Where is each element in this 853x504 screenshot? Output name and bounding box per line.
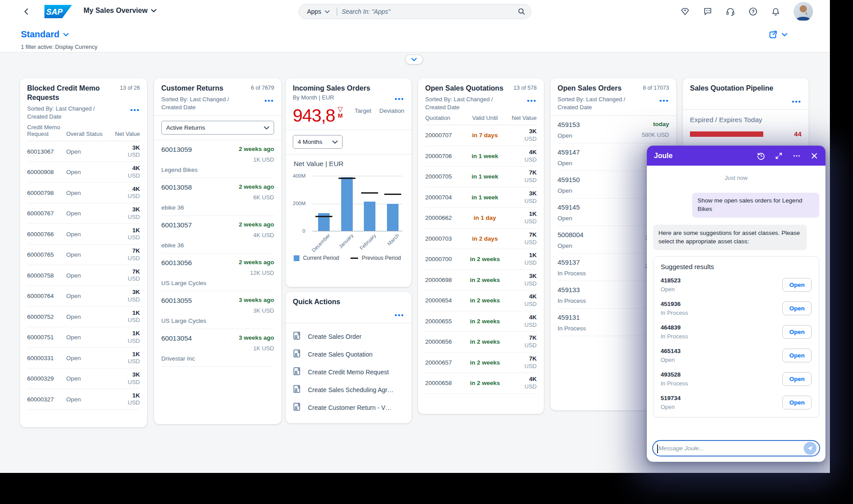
table-row[interactable]: 60000331Open1KUSD	[27, 348, 140, 369]
table-row[interactable]: 20000703in 2 days7KUSD	[425, 229, 537, 250]
collapse-header-button[interactable]	[405, 55, 423, 64]
returns-filter-select[interactable]: Active Returns	[161, 121, 274, 135]
result-status: Open	[661, 404, 681, 410]
joule-history-icon[interactable]	[757, 152, 765, 160]
open-result-button[interactable]: Open	[782, 302, 812, 315]
cell-id: 20000698	[425, 277, 464, 283]
return-item[interactable]: 600130553 weeks ago3K USDUS Large Cycles	[161, 291, 274, 329]
return-id: 60013055	[161, 297, 192, 305]
table-row[interactable]: 60000758Open7KUSD	[27, 265, 140, 286]
cell-id: 20000662	[425, 214, 464, 221]
table-row[interactable]: 60000767Open3KUSD	[27, 203, 140, 224]
quick-action-item[interactable]: $Create Credit Memo Request	[293, 363, 404, 381]
table-row[interactable]: 60000908Open4KUSD	[27, 162, 140, 183]
open-result-button[interactable]: Open	[782, 325, 812, 339]
feedback-icon[interactable]	[703, 7, 713, 16]
search-input[interactable]	[342, 8, 518, 15]
variant-selector[interactable]: Standard	[21, 29, 69, 40]
search-icon[interactable]	[518, 8, 526, 16]
suggested-results-title: Suggested results	[661, 263, 813, 270]
cell-net-value: 7KUSD	[506, 334, 537, 349]
return-value: 12K USD	[161, 270, 274, 276]
cell-id: 20000655	[425, 318, 464, 325]
table-row[interactable]: 20000662in 1 day1KUSD	[425, 208, 537, 229]
table-row[interactable]: 20000658in 2 weeks4KUSD	[425, 373, 537, 394]
joule-expand-icon[interactable]	[775, 152, 783, 160]
card-overflow-button[interactable]: •••	[130, 105, 140, 113]
gem-icon[interactable]	[680, 7, 690, 16]
joule-suggested-results: Suggested results 418523OpenOpen451936In…	[653, 256, 819, 417]
suggested-result-row: 418523OpenOpen	[660, 273, 813, 297]
joule-message-input[interactable]	[658, 445, 804, 452]
table-row[interactable]: 60000327Open1KUSD	[27, 389, 140, 410]
return-item[interactable]: 600130572 weeks ago4K USDebike 36	[161, 216, 274, 254]
card-overflow-button[interactable]: •••	[293, 310, 404, 318]
card-overflow-button[interactable]: •••	[395, 94, 404, 102]
open-result-button[interactable]: Open	[782, 349, 812, 362]
table-row[interactable]: 20000707in 7 days3KUSD	[425, 125, 537, 146]
open-result-button[interactable]: Open	[782, 396, 812, 409]
card-overflow-button[interactable]: •••	[264, 95, 274, 104]
quick-action-item[interactable]: $Create Customer Return - V…	[293, 399, 404, 417]
app-title: My Sales Overview	[84, 7, 147, 15]
share-icon[interactable]	[769, 30, 777, 39]
cell-id: 20000706	[425, 153, 464, 159]
table-row[interactable]: 20000704in 1 week3KUSD	[425, 187, 537, 208]
cell-net-value: 7KUSD	[506, 169, 537, 184]
sap-logo[interactable]: SAP	[44, 5, 72, 20]
chevron-down-icon[interactable]	[782, 33, 787, 36]
table-row[interactable]: 60000765Open7KUSD	[27, 245, 140, 266]
open-result-button[interactable]: Open	[782, 372, 812, 386]
quick-action-item[interactable]: $Create Sales Order	[293, 328, 404, 345]
order-item[interactable]: 459153Opentoday580K USD	[558, 116, 669, 143]
user-avatar[interactable]	[793, 2, 813, 21]
return-item[interactable]: 600130582 weeks ago6K USDebike 36	[161, 178, 274, 216]
pipeline-bar[interactable]	[690, 131, 763, 137]
joule-input-box	[652, 440, 820, 456]
table-row[interactable]: 20000706in 1 week4KUSD	[425, 146, 537, 167]
table-row[interactable]: 60000764Open3KUSD	[27, 286, 140, 307]
joule-close-icon[interactable]	[810, 152, 818, 160]
cell-id: 20000657	[425, 359, 464, 366]
app-title-menu[interactable]: My Sales Overview	[84, 7, 156, 15]
card-sorted-by: Sorted By: Last Changed / Created Date	[161, 95, 241, 111]
period-filter-select[interactable]: 4 Months	[293, 135, 343, 149]
table-row[interactable]: 20000654in 2 weeks4KUSD	[425, 290, 537, 311]
table-row[interactable]: 20000698in 2 weeks3KUSD	[425, 270, 537, 291]
quick-action-item[interactable]: $Create Sales Quotation	[293, 345, 404, 363]
table-row[interactable]: 60000752Open1KUSD	[27, 306, 140, 327]
cell-net-value: 1KUSD	[109, 392, 140, 407]
table-row[interactable]: 60000751Open1KUSD	[27, 327, 140, 348]
table-row[interactable]: 60000329Open3KUSD	[27, 369, 140, 389]
table-row[interactable]: 20000705in 1 week7KUSD	[425, 167, 537, 187]
cell-id: 60000329	[27, 375, 66, 382]
cell-net-value: 4KUSD	[109, 165, 140, 179]
joule-overflow-icon[interactable]	[793, 152, 801, 160]
back-button[interactable]	[21, 6, 32, 17]
table-row[interactable]: 20000657in 2 weeks7KUSD	[425, 353, 537, 373]
joule-header: Joule	[647, 146, 825, 166]
help-icon[interactable]: ?	[748, 7, 758, 16]
open-result-button[interactable]: Open	[782, 278, 812, 292]
table-row[interactable]: 20000656in 2 weeks7KUSD	[425, 332, 537, 353]
notifications-bell-icon[interactable]	[771, 7, 781, 16]
card-overflow-button[interactable]: •••	[527, 95, 537, 104]
return-item[interactable]: 600130592 weeks ago1K USDLegend Bikes	[161, 140, 274, 178]
table-row[interactable]: 20000655in 2 weeks4KUSD	[425, 311, 537, 332]
return-item[interactable]: 600130562 weeks ago12K USDUS Large Cycle…	[161, 254, 274, 291]
search-scope-select[interactable]: Apps	[304, 8, 332, 15]
table-row[interactable]: 60000798Open4KUSD	[27, 183, 140, 203]
joule-send-button[interactable]	[804, 442, 817, 455]
search-bar: Apps	[299, 4, 531, 19]
quick-action-item[interactable]: $Create Sales Scheduling Agr…	[293, 381, 404, 399]
result-status: Open	[661, 357, 681, 363]
card-overflow-button[interactable]: •••	[659, 95, 669, 104]
order-date: today	[642, 121, 669, 127]
table-row[interactable]: 60013067Open3KUSD	[27, 141, 140, 162]
cell-net-value: 4KUSD	[506, 149, 537, 163]
table-row[interactable]: 20000700in 2 weeks1KUSD	[425, 249, 537, 270]
table-row[interactable]: 60000766Open1KUSD	[27, 224, 140, 245]
support-headset-icon[interactable]	[725, 7, 735, 16]
card-overflow-button[interactable]: •••	[690, 96, 801, 105]
return-item[interactable]: 600130543 weeks ago1K USDDrivestar Inc	[161, 329, 274, 367]
